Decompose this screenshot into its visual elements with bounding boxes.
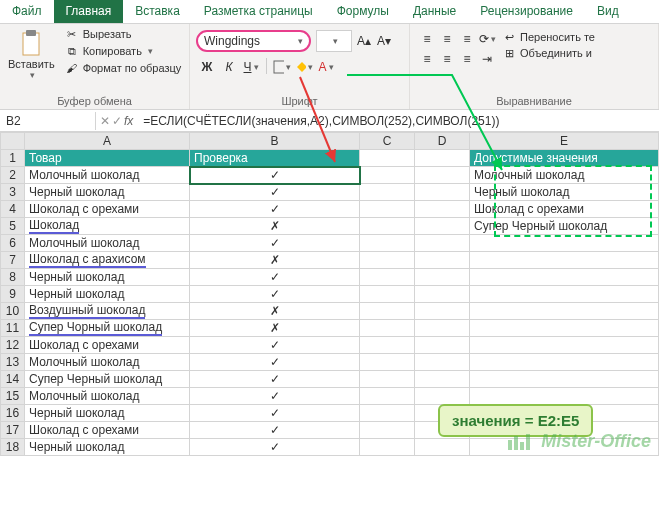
cell[interactable]: ✓	[190, 167, 360, 184]
tab-insert[interactable]: Вставка	[123, 0, 192, 23]
paste-button[interactable]: Вставить ▾	[4, 26, 59, 82]
cell[interactable]	[360, 269, 415, 286]
cell[interactable]	[470, 286, 659, 303]
cell[interactable]	[470, 320, 659, 337]
cell[interactable]	[360, 218, 415, 235]
cell[interactable]	[360, 405, 415, 422]
cell[interactable]	[415, 150, 470, 167]
indent-button[interactable]: ⇥	[478, 50, 496, 68]
cell[interactable]	[415, 184, 470, 201]
select-all-corner[interactable]	[1, 133, 25, 150]
cell[interactable]	[415, 252, 470, 269]
align-right-button[interactable]: ≡	[458, 50, 476, 68]
underline-button[interactable]: Ч▾	[242, 58, 260, 76]
cell[interactable]	[415, 354, 470, 371]
cell[interactable]: Черный шоколад	[25, 269, 190, 286]
row-header[interactable]: 10	[1, 303, 25, 320]
cell[interactable]	[360, 235, 415, 252]
name-box[interactable]: B2	[0, 112, 96, 130]
orientation-button[interactable]: ⟳▾	[478, 30, 496, 48]
row-header[interactable]: 9	[1, 286, 25, 303]
cell[interactable]	[470, 388, 659, 405]
cell[interactable]: Черный шоколад	[25, 439, 190, 456]
merge-button[interactable]: ⊞Объединить и	[502, 46, 595, 60]
cell[interactable]	[415, 167, 470, 184]
cell[interactable]	[415, 337, 470, 354]
align-middle-button[interactable]: ≡	[438, 30, 456, 48]
cell[interactable]	[415, 286, 470, 303]
cell[interactable]: Молочный шоколад	[25, 235, 190, 252]
wrap-text-button[interactable]: ↩Переносить те	[502, 30, 595, 44]
cell[interactable]	[415, 201, 470, 218]
cell[interactable]	[360, 337, 415, 354]
cell[interactable]: Шоколад с орехами	[25, 201, 190, 218]
cell[interactable]: Черный шоколад	[25, 286, 190, 303]
cell[interactable]: Шоколад	[25, 218, 190, 235]
fill-color-button[interactable]: ▾	[295, 58, 313, 76]
cell[interactable]	[360, 354, 415, 371]
cell[interactable]	[415, 218, 470, 235]
cell[interactable]	[415, 269, 470, 286]
cell[interactable]: ✓	[190, 405, 360, 422]
align-top-button[interactable]: ≡	[418, 30, 436, 48]
cell[interactable]	[360, 201, 415, 218]
cell[interactable]	[360, 320, 415, 337]
tab-home[interactable]: Главная	[54, 0, 124, 23]
accept-formula-icon[interactable]: ✓	[112, 114, 122, 128]
cell[interactable]: Черный шоколад	[25, 184, 190, 201]
cell[interactable]	[360, 388, 415, 405]
row-header[interactable]: 15	[1, 388, 25, 405]
cell[interactable]: Воздушный шоколад	[25, 303, 190, 320]
tab-pagelayout[interactable]: Разметка страницы	[192, 0, 325, 23]
cell[interactable]	[470, 252, 659, 269]
row-header[interactable]: 17	[1, 422, 25, 439]
row-header[interactable]: 1	[1, 150, 25, 167]
cell[interactable]: Шоколад с арахисом	[25, 252, 190, 269]
increase-font-button[interactable]: A▴	[355, 32, 373, 50]
align-left-button[interactable]: ≡	[418, 50, 436, 68]
cell[interactable]: ✓	[190, 286, 360, 303]
cell[interactable]: ✓	[190, 371, 360, 388]
cell[interactable]	[415, 303, 470, 320]
tab-data[interactable]: Данные	[401, 0, 468, 23]
row-header[interactable]: 6	[1, 235, 25, 252]
cell[interactable]	[470, 235, 659, 252]
cell[interactable]	[360, 252, 415, 269]
row-header[interactable]: 18	[1, 439, 25, 456]
cell[interactable]: ✗	[190, 303, 360, 320]
spreadsheet-grid[interactable]: A B C D E 1 Товар Проверка Допустимые зн…	[0, 132, 659, 456]
row-header[interactable]: 7	[1, 252, 25, 269]
tab-file[interactable]: Файл	[0, 0, 54, 23]
cell[interactable]: Проверка	[190, 150, 360, 167]
tab-view[interactable]: Вид	[585, 0, 631, 23]
cell[interactable]: ✗	[190, 218, 360, 235]
cell[interactable]	[415, 371, 470, 388]
row-header[interactable]: 11	[1, 320, 25, 337]
cell[interactable]	[470, 269, 659, 286]
col-header-a[interactable]: A	[25, 133, 190, 150]
cell[interactable]: ✓	[190, 201, 360, 218]
cell[interactable]: Черный шоколад	[25, 405, 190, 422]
row-header[interactable]: 14	[1, 371, 25, 388]
cell[interactable]: Молочный шоколад	[25, 354, 190, 371]
align-bottom-button[interactable]: ≡	[458, 30, 476, 48]
row-header[interactable]: 12	[1, 337, 25, 354]
cell[interactable]	[470, 337, 659, 354]
cell[interactable]: Супер Черный шоколад	[25, 371, 190, 388]
row-header[interactable]: 3	[1, 184, 25, 201]
cell[interactable]: ✓	[190, 354, 360, 371]
row-header[interactable]: 2	[1, 167, 25, 184]
font-size-combo[interactable]: ▾	[316, 30, 352, 52]
row-header[interactable]: 4	[1, 201, 25, 218]
cell[interactable]	[415, 320, 470, 337]
tab-formulas[interactable]: Формулы	[325, 0, 401, 23]
cell[interactable]	[360, 303, 415, 320]
cell[interactable]: ✓	[190, 388, 360, 405]
row-header[interactable]: 8	[1, 269, 25, 286]
cell[interactable]: Молочный шоколад	[25, 388, 190, 405]
copy-button[interactable]: ⧉Копировать▾	[63, 43, 184, 59]
row-header[interactable]: 13	[1, 354, 25, 371]
cell[interactable]	[415, 388, 470, 405]
cell[interactable]: Допустимые значения	[470, 150, 659, 167]
cell[interactable]: ✗	[190, 252, 360, 269]
